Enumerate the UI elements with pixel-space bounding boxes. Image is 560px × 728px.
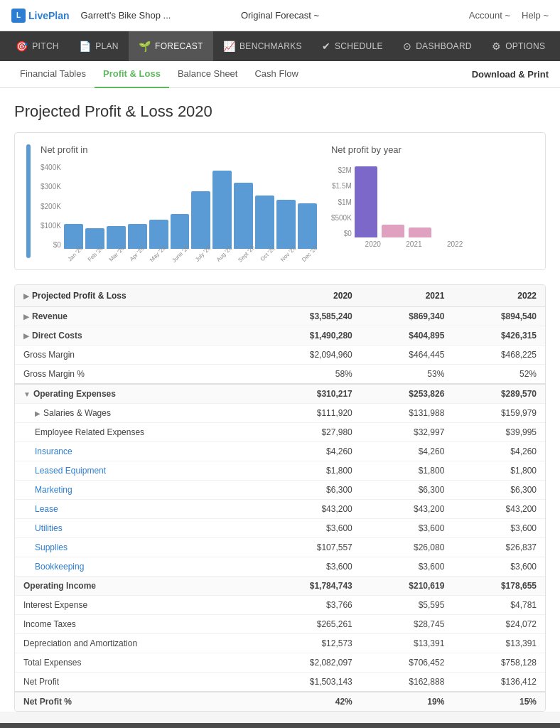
sub-nav-profit-loss[interactable]: Profit & Loss xyxy=(95,61,169,88)
right-y-label: $500K xyxy=(331,214,352,222)
sub-nav: Financial TablesProfit & LossBalance She… xyxy=(0,61,560,88)
cell-2-0: Gross Margin xyxy=(15,346,257,365)
table-row: Utilities$3,600$3,600$3,600 xyxy=(15,519,545,538)
cell-2-3: $468,225 xyxy=(453,346,545,365)
right-y-labels: $2M$1.5M$1M$500K$0 xyxy=(331,166,355,237)
right-bar xyxy=(355,166,377,237)
chart-area: Net profit in $400K$300K$200K$100K$0 Jan… xyxy=(14,132,546,270)
cell-10-3: $43,200 xyxy=(453,500,545,519)
cell-0-1: $3,585,240 xyxy=(257,307,361,326)
cell-5-3: $159,979 xyxy=(453,404,545,423)
bar xyxy=(234,183,253,249)
cell-20-1: 42% xyxy=(257,692,361,711)
left-y-label: $100K xyxy=(41,222,61,230)
sub-nav-cash-flow[interactable]: Cash Flow xyxy=(246,61,306,88)
cell-17-2: $13,391 xyxy=(361,634,453,653)
cell-14-2: $210,619 xyxy=(361,577,453,596)
cell-2-1: $2,094,960 xyxy=(257,346,361,365)
sub-nav-balance-sheet[interactable]: Balance Sheet xyxy=(169,61,247,88)
table-row: Operating Income$1,784,743$210,619$178,6… xyxy=(15,577,545,596)
row-expand-icon[interactable]: ▶ xyxy=(35,410,41,417)
cell-9-3: $6,300 xyxy=(453,481,545,500)
cell-12-1: $107,557 xyxy=(257,538,361,557)
expand-all-icon[interactable]: ▶ xyxy=(23,292,29,300)
cell-8-2: $1,800 xyxy=(361,461,453,481)
company-selector[interactable]: Garrett's Bike Shop ... xyxy=(81,10,171,21)
nav-item-forecast[interactable]: 🌱FORECAST xyxy=(129,31,213,61)
cell-0-0: ▶Revenue xyxy=(15,307,257,326)
nav-label-pitch: PITCH xyxy=(32,41,59,51)
nav-item-options[interactable]: ⚙OPTIONS xyxy=(482,31,555,61)
dashboard-icon: ⊙ xyxy=(403,41,411,52)
sub-nav-financial-tables[interactable]: Financial Tables xyxy=(11,61,95,88)
cell-19-0: Net Profit xyxy=(15,673,257,692)
account-link[interactable]: Account ~ xyxy=(469,10,510,21)
table-row: ▼Operating Expenses$310,217$253,826$289,… xyxy=(15,384,545,404)
download-print[interactable]: Download & Print xyxy=(472,69,549,80)
cell-12-0[interactable]: Supplies xyxy=(15,538,257,557)
cell-17-1: $12,573 xyxy=(257,634,361,653)
logo-text: LivePlan xyxy=(28,10,70,21)
cell-8-0[interactable]: Leased Equipment xyxy=(15,461,257,481)
benchmarks-icon: 📈 xyxy=(223,41,235,52)
bar xyxy=(107,226,126,249)
table-row: ▶Salaries & Wages$111,920$131,988$159,97… xyxy=(15,404,545,423)
cell-15-3: $4,781 xyxy=(453,596,545,615)
cell-3-2: 53% xyxy=(361,365,453,385)
nav-item-dashboard[interactable]: ⊙DASHBOARD xyxy=(393,31,482,61)
schedule-icon: ✔ xyxy=(322,41,330,52)
left-y-label: $300K xyxy=(41,183,61,191)
cell-20-0: Net Profit % xyxy=(15,692,257,711)
nav-label-plan: PLAN xyxy=(95,41,119,51)
cell-6-2: $32,997 xyxy=(361,423,453,442)
table-row: Leased Equipment$1,800$1,800$1,800 xyxy=(15,461,545,481)
cell-14-1: $1,784,743 xyxy=(257,577,361,596)
right-chart-label: Net profit by year xyxy=(331,144,473,155)
table-row: Marketing$6,300$6,300$6,300 xyxy=(15,481,545,500)
right-x-label: 2022 xyxy=(436,240,473,248)
cell-1-1: $1,490,280 xyxy=(257,326,361,346)
row-expand-icon[interactable]: ▶ xyxy=(23,313,29,321)
forecast-selector[interactable]: Original Forecast ~ xyxy=(241,10,319,21)
row-expand-icon[interactable]: ▼ xyxy=(23,390,31,398)
right-x-labels: 202020212022 xyxy=(355,240,473,248)
cell-13-0[interactable]: Bookkeeping xyxy=(15,557,257,577)
cell-8-3: $1,800 xyxy=(453,461,545,481)
col-header-2: 2021 xyxy=(361,285,453,307)
financial-table: ▶Projected Profit & Loss202020212022▶Rev… xyxy=(14,284,546,712)
row-expand-icon[interactable]: ▶ xyxy=(23,332,29,340)
nav-item-schedule[interactable]: ✔SCHEDULE xyxy=(312,31,393,61)
logo-icon: L xyxy=(11,9,26,23)
cell-18-0: Total Expenses xyxy=(15,653,257,673)
left-chart-bars-wrapper: Jan '20Feb '20Mar '20Apr '20May '20June … xyxy=(64,161,317,258)
nav-item-benchmarks[interactable]: 📈BENCHMARKS xyxy=(213,31,312,61)
cell-9-1: $6,300 xyxy=(257,481,361,500)
main-nav: 🎯PITCH📄PLAN🌱FORECAST📈BENCHMARKS✔SCHEDULE… xyxy=(0,31,560,61)
cell-10-0[interactable]: Lease xyxy=(15,500,257,519)
help-link[interactable]: Help ~ xyxy=(522,10,549,21)
left-bar-chart xyxy=(64,164,317,249)
bar xyxy=(191,191,210,249)
right-y-label: $1M xyxy=(331,198,352,206)
top-right-links: Account ~ Help ~ xyxy=(469,10,549,21)
table-row: Net Profit %42%19%15% xyxy=(15,692,545,711)
nav-item-pitch[interactable]: 🎯PITCH xyxy=(6,31,69,61)
cell-16-1: $265,261 xyxy=(257,615,361,634)
cell-9-2: $6,300 xyxy=(361,481,453,500)
cell-19-1: $1,503,143 xyxy=(257,673,361,692)
bar xyxy=(212,171,232,249)
nav-item-plan[interactable]: 📄PLAN xyxy=(69,31,129,61)
cell-10-1: $43,200 xyxy=(257,500,361,519)
right-x-label: 2021 xyxy=(396,240,433,248)
bar xyxy=(276,200,296,249)
cell-5-2: $131,988 xyxy=(361,404,453,423)
plan-icon: 📄 xyxy=(79,41,91,52)
col-header-1: 2020 xyxy=(257,285,361,307)
cell-7-0[interactable]: Insurance xyxy=(15,442,257,461)
col-header-0: ▶Projected Profit & Loss xyxy=(15,285,257,307)
left-chart-body: $400K$300K$200K$100K$0 Jan '20Feb '20Mar… xyxy=(41,161,317,258)
cell-9-0[interactable]: Marketing xyxy=(15,481,257,500)
table-row: ▶Revenue$3,585,240$869,340$894,540 xyxy=(15,307,545,326)
cell-2-2: $464,445 xyxy=(361,346,453,365)
cell-11-0[interactable]: Utilities xyxy=(15,519,257,538)
